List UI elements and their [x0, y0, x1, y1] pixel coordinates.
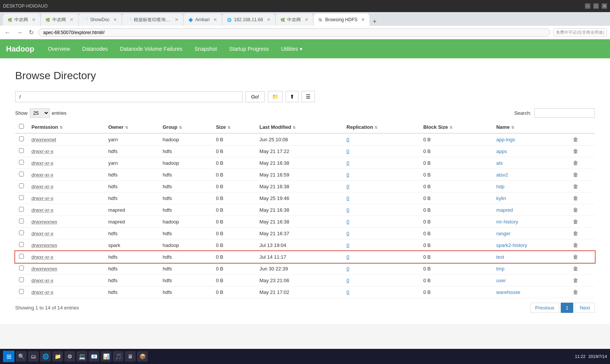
- row-checkbox-1[interactable]: [15, 145, 28, 157]
- row-delete-5[interactable]: 🗑: [569, 192, 595, 204]
- extension-badge[interactable]: 免费许可证(仅非商业用途): [553, 28, 607, 36]
- row-name-10[interactable]: test: [493, 251, 569, 263]
- row-checkbox-8[interactable]: [15, 228, 28, 239]
- tab-query[interactable]: 📄 根据标签ID查询表 - Show... ✕: [122, 14, 183, 26]
- row-checkbox-10[interactable]: [15, 251, 28, 263]
- row-replication-8[interactable]: 0: [343, 228, 420, 239]
- delete-btn-1[interactable]: 🗑: [573, 148, 578, 154]
- row-checkbox-2[interactable]: [15, 157, 28, 169]
- delete-btn-0[interactable]: 🗑: [573, 136, 578, 142]
- row-checkbox-5[interactable]: [15, 192, 28, 204]
- reload-button[interactable]: ↻: [27, 28, 35, 37]
- address-input[interactable]: [38, 28, 550, 37]
- delete-btn-6[interactable]: 🗑: [573, 207, 578, 213]
- row-checkbox-9[interactable]: [15, 239, 28, 251]
- delete-btn-8[interactable]: 🗑: [573, 230, 578, 236]
- row-replication-3[interactable]: 0: [343, 169, 420, 181]
- th-permission[interactable]: Permission ⇅: [28, 121, 105, 133]
- row-checkbox-12[interactable]: [15, 275, 28, 286]
- close-button[interactable]: ✕: [602, 3, 607, 9]
- row-checkbox-3[interactable]: [15, 169, 28, 181]
- path-input[interactable]: [15, 91, 242, 102]
- row-name-12[interactable]: user: [493, 275, 569, 286]
- row-checkbox-13[interactable]: [15, 286, 28, 298]
- tab-close-7[interactable]: ✕: [305, 17, 308, 22]
- row-replication-2[interactable]: 0: [343, 157, 420, 169]
- row-delete-2[interactable]: 🗑: [569, 157, 595, 169]
- tab-close-6[interactable]: ✕: [267, 17, 271, 22]
- th-group[interactable]: Group ⇅: [159, 121, 212, 133]
- row-delete-12[interactable]: 🗑: [569, 275, 595, 286]
- tab-close-3[interactable]: ✕: [113, 17, 117, 22]
- tab-zhongnong-1[interactable]: 🌿 中农网 ✕: [3, 14, 40, 26]
- row-delete-4[interactable]: 🗑: [569, 181, 595, 192]
- nav-startup-progress[interactable]: Startup Progress: [223, 41, 275, 57]
- row-replication-4[interactable]: 0: [343, 181, 420, 192]
- row-replication-7[interactable]: 0: [343, 216, 420, 228]
- row-check-6[interactable]: [19, 207, 24, 212]
- row-name-0[interactable]: app-logs: [493, 133, 569, 145]
- delete-btn-13[interactable]: 🗑: [573, 289, 578, 295]
- entries-select[interactable]: 25 10 50 100: [30, 108, 50, 118]
- row-delete-13[interactable]: 🗑: [569, 286, 595, 298]
- row-name-2[interactable]: ats: [493, 157, 569, 169]
- tab-close-4[interactable]: ✕: [175, 17, 178, 22]
- th-owner[interactable]: Owner ⇅: [105, 121, 159, 133]
- th-last-modified[interactable]: Last Modified ⇅: [256, 121, 343, 133]
- row-replication-10[interactable]: 0: [343, 251, 420, 263]
- row-checkbox-6[interactable]: [15, 204, 28, 216]
- nav-overview[interactable]: Overview: [42, 41, 76, 57]
- page-1-button[interactable]: 1: [561, 303, 573, 313]
- row-checkbox-4[interactable]: [15, 181, 28, 192]
- tab-close-1[interactable]: ✕: [32, 17, 36, 22]
- row-check-11[interactable]: [19, 266, 24, 270]
- row-check-10[interactable]: [19, 254, 24, 259]
- row-checkbox-0[interactable]: [15, 133, 28, 145]
- nav-snapshot[interactable]: Snapshot: [189, 41, 223, 57]
- row-delete-10[interactable]: 🗑: [569, 251, 595, 263]
- nav-volume-failures[interactable]: Datanode Volume Failures: [114, 41, 189, 57]
- maximize-button[interactable]: □: [593, 3, 599, 9]
- delete-btn-9[interactable]: 🗑: [573, 242, 578, 248]
- row-name-13[interactable]: warehouse: [493, 286, 569, 298]
- row-check-0[interactable]: [19, 136, 24, 141]
- delete-btn-3[interactable]: 🗑: [573, 172, 578, 178]
- row-check-9[interactable]: [19, 242, 24, 247]
- row-replication-6[interactable]: 0: [343, 204, 420, 216]
- row-replication-1[interactable]: 0: [343, 145, 420, 157]
- row-replication-9[interactable]: 0: [343, 239, 420, 251]
- row-delete-1[interactable]: 🗑: [569, 145, 595, 157]
- delete-btn-2[interactable]: 🗑: [573, 160, 578, 166]
- row-replication-0[interactable]: 0: [343, 133, 420, 145]
- row-name-6[interactable]: mapred: [493, 204, 569, 216]
- row-check-3[interactable]: [19, 172, 24, 177]
- tab-zhongnong-3[interactable]: 🌿 中农网 ✕: [276, 14, 313, 26]
- tab-hdfs[interactable]: 🐘 Browsing HDFS ✕: [314, 14, 369, 26]
- tab-close-2[interactable]: ✕: [70, 17, 74, 22]
- tab-zhongnong-2[interactable]: 🌿 中农网 ✕: [41, 14, 78, 26]
- row-delete-3[interactable]: 🗑: [569, 169, 595, 181]
- row-replication-5[interactable]: 0: [343, 192, 420, 204]
- th-size[interactable]: Size ⇅: [212, 121, 256, 133]
- row-replication-12[interactable]: 0: [343, 275, 420, 286]
- row-check-1[interactable]: [19, 148, 24, 153]
- row-checkbox-11[interactable]: [15, 263, 28, 275]
- th-name[interactable]: Name ⇅: [493, 121, 569, 133]
- row-name-4[interactable]: hdp: [493, 181, 569, 192]
- row-delete-7[interactable]: 🗑: [569, 216, 595, 228]
- th-block-size[interactable]: Block Size ⇅: [419, 121, 493, 133]
- go-button[interactable]: Go!: [246, 91, 265, 102]
- row-name-1[interactable]: apps: [493, 145, 569, 157]
- row-name-8[interactable]: ranger: [493, 228, 569, 239]
- nav-datanodes[interactable]: Datanodes: [76, 41, 114, 57]
- table-view-button[interactable]: ☰: [302, 91, 315, 102]
- row-delete-0[interactable]: 🗑: [569, 133, 595, 145]
- delete-btn-12[interactable]: 🗑: [573, 277, 578, 283]
- row-check-13[interactable]: [19, 289, 24, 294]
- previous-button[interactable]: Previous: [530, 303, 559, 313]
- delete-btn-7[interactable]: 🗑: [573, 219, 578, 225]
- search-input[interactable]: [534, 108, 595, 118]
- row-check-8[interactable]: [19, 230, 24, 235]
- row-name-11[interactable]: tmp: [493, 263, 569, 275]
- folder-icon-button[interactable]: 📁: [268, 91, 283, 102]
